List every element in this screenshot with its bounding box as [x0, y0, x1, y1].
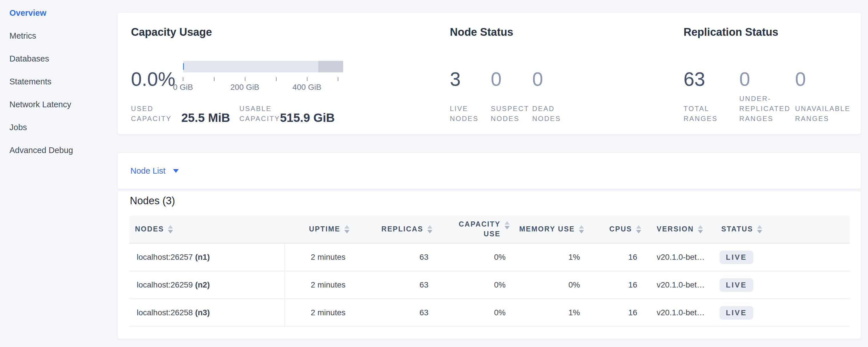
column-header-memory-use[interactable]: MEMORY USE [513, 215, 587, 243]
axis-tick [183, 77, 183, 81]
table-header-row: NODES UPTIME REPLICAS CAPACITY USE [129, 215, 850, 244]
sidebar-item-metrics[interactable]: Metrics [0, 24, 117, 47]
node-list-dropdown-bar: Node List [117, 153, 861, 189]
unavailable-ranges-count: 0 [795, 69, 806, 89]
sort-icon [636, 225, 641, 233]
status-badge: LIVE [719, 251, 753, 264]
version-cell: v20.1.0-bet… [644, 271, 719, 298]
column-divider [284, 244, 285, 327]
status-cell: LIVE [719, 299, 850, 326]
node-id: (n1) [195, 253, 210, 262]
capacity-use-cell: 0% [435, 271, 513, 298]
axis-tick [245, 77, 245, 81]
sort-icon [504, 221, 509, 229]
node-list-dropdown-label: Node List [130, 166, 165, 176]
axis-tick-label: 200 GiB [222, 83, 268, 92]
uptime-cell: 2 minutes [284, 244, 352, 271]
sidebar-item-overview[interactable]: Overview [0, 1, 117, 24]
suspect-nodes-count: 0 [491, 69, 502, 89]
sidebar: Overview Metrics Databases Statements Ne… [0, 0, 117, 347]
status-cell: LIVE [719, 271, 850, 298]
node-status-section: Node Status 3 0 0 LIVE NODES SUSPECT NOD… [450, 12, 650, 135]
sort-icon [757, 225, 762, 233]
sidebar-item-network-latency[interactable]: Network Latency [0, 93, 117, 116]
table-row-n3[interactable]: localhost:26258 (n3) 2 minutes 63 0% 1% … [129, 299, 850, 327]
column-header-uptime[interactable]: UPTIME [284, 215, 352, 243]
replicas-cell: 63 [352, 244, 435, 271]
used-capacity-value: 25.5 MiB [181, 111, 230, 125]
unavailable-ranges-label: UNAVAILABLE RANGES [795, 103, 850, 124]
node-list-dropdown[interactable]: Node List [130, 166, 179, 176]
cluster-summary-card: Capacity Usage 0.0% 0 GiB 200 GiB 400 Gi… [117, 12, 861, 134]
node-id: (n3) [195, 308, 210, 317]
capacity-usage-title: Capacity Usage [131, 26, 212, 38]
cpus-cell: 16 [587, 271, 644, 298]
version-cell: v20.1.0-bet… [644, 244, 719, 271]
column-header-cpus[interactable]: CPUS [587, 215, 644, 243]
axis-tick [307, 77, 307, 81]
node-host-cell: localhost:26257 (n1) [129, 244, 284, 271]
usable-capacity-label: USABLE CAPACITY [239, 103, 280, 124]
node-id: (n2) [195, 280, 210, 289]
column-header-replicas[interactable]: REPLICAS [352, 215, 435, 243]
dead-nodes-label: DEAD NODES [532, 103, 561, 124]
sidebar-item-advanced-debug[interactable]: Advanced Debug [0, 139, 117, 162]
capacity-usage-section: Capacity Usage 0.0% 0 GiB 200 GiB 400 Gi… [131, 12, 445, 135]
dead-nodes-count: 0 [532, 69, 543, 89]
sort-icon [579, 225, 584, 233]
replicas-cell: 63 [352, 299, 435, 326]
suspect-nodes-label: SUSPECT NODES [491, 103, 529, 124]
capacity-use-cell: 0% [435, 244, 513, 271]
live-nodes-count: 3 [450, 69, 461, 89]
usable-capacity-value: 515.9 GiB [280, 111, 335, 125]
axis-tick-label: 0 GiB [160, 83, 206, 92]
status-cell: LIVE [719, 244, 850, 271]
live-nodes-label: LIVE NODES [450, 103, 478, 124]
capacity-bar-other-segment [318, 61, 343, 72]
version-cell: v20.1.0-bet… [644, 299, 719, 326]
total-ranges-count: 63 [684, 69, 705, 89]
cpus-cell: 16 [587, 244, 644, 271]
sort-icon [698, 225, 703, 233]
column-header-status[interactable]: STATUS [719, 215, 850, 243]
under-replicated-ranges-count: 0 [739, 69, 750, 89]
cpus-cell: 16 [587, 299, 644, 326]
node-host-cell: localhost:26258 (n3) [129, 299, 284, 326]
total-ranges-label: TOTAL RANGES [684, 103, 718, 124]
capacity-stats: USED CAPACITY 25.5 MiB USABLE CAPACITY 5… [131, 98, 445, 124]
table-row-n2[interactable]: localhost:26259 (n2) 2 minutes 63 0% 0% … [129, 271, 850, 299]
column-header-capacity-use[interactable]: CAPACITY USE [435, 215, 513, 243]
nodes-table-card: Nodes (3) NODES UPTIME REPLICAS CAPACI [117, 191, 861, 339]
axis-tick [276, 77, 277, 81]
table-row-n1[interactable]: localhost:26257 (n1) 2 minutes 63 0% 1% … [129, 244, 850, 271]
node-host-cell: localhost:26259 (n2) [129, 271, 284, 298]
overview-page: Overview Metrics Databases Statements Ne… [0, 0, 868, 347]
capacity-use-cell: 0% [435, 299, 513, 326]
node-status-title: Node Status [450, 26, 514, 38]
capacity-bar-chart [183, 61, 343, 72]
capacity-bar-used-segment [183, 63, 184, 70]
used-capacity-label: USED CAPACITY [131, 103, 172, 124]
column-header-nodes[interactable]: NODES [129, 215, 284, 243]
replication-status-title: Replication Status [684, 26, 778, 38]
replicas-cell: 63 [352, 271, 435, 298]
sidebar-item-jobs[interactable]: Jobs [0, 116, 117, 139]
sidebar-item-statements[interactable]: Statements [0, 70, 117, 93]
memory-use-cell: 1% [513, 299, 587, 326]
uptime-cell: 2 minutes [284, 271, 352, 298]
nodes-table: NODES UPTIME REPLICAS CAPACITY USE [129, 215, 850, 327]
sidebar-item-databases[interactable]: Databases [0, 47, 117, 70]
uptime-cell: 2 minutes [284, 299, 352, 326]
memory-use-cell: 0% [513, 271, 587, 298]
under-replicated-ranges-label: UNDER- REPLICATED RANGES [739, 94, 790, 124]
status-badge: LIVE [719, 306, 753, 319]
axis-tick [338, 77, 338, 81]
table-body: localhost:26257 (n1) 2 minutes 63 0% 1% … [129, 244, 850, 327]
memory-use-cell: 1% [513, 244, 587, 271]
column-header-version[interactable]: VERSION [644, 215, 719, 243]
sort-icon [168, 225, 173, 233]
nodes-section-title: Nodes (3) [130, 195, 175, 207]
chevron-down-icon [173, 169, 179, 173]
sort-icon [427, 225, 432, 233]
status-badge: LIVE [719, 278, 753, 292]
